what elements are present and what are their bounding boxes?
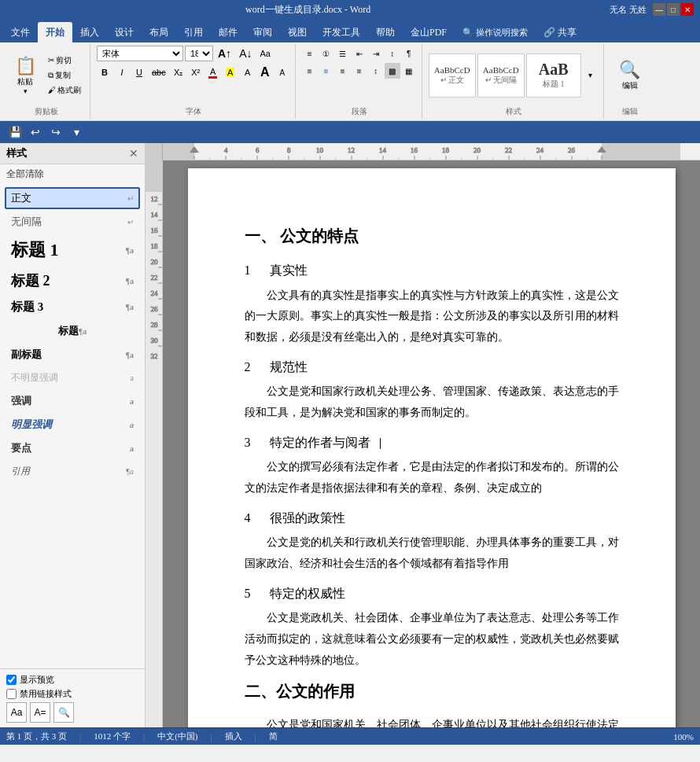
status-bar: 第 1 页，共 3 页 | 1012 个字 | 中文(中国) | 插入 | 简 … <box>0 727 700 745</box>
style-list-item-biaoti3[interactable]: 标题 3¶a <box>5 296 140 318</box>
manage-styles-btn[interactable]: A= <box>30 702 50 723</box>
justify-btn[interactable]: ≡ <box>352 63 367 79</box>
align-left-btn[interactable]: ≡ <box>302 63 318 79</box>
style-list-item-biaoti2[interactable]: 标题 2¶a <box>5 267 140 294</box>
search-icon: 🔍 <box>619 60 640 80</box>
minimize-btn[interactable]: — <box>653 3 665 16</box>
undo-qa-btn[interactable]: ↩ <box>27 123 44 141</box>
more-qa-btn[interactable]: ▾ <box>68 123 85 141</box>
list-multi-btn[interactable]: ☰ <box>335 46 351 61</box>
tab-review[interactable]: 审阅 <box>245 22 280 42</box>
tab-share[interactable]: 🔗 共享 <box>536 22 584 42</box>
style-list-item-zhengwen[interactable]: 正文↵ <box>5 187 140 209</box>
svg-rect-1 <box>163 143 194 160</box>
tab-view[interactable]: 视图 <box>280 22 315 42</box>
strikethrough-button[interactable]: abc <box>149 64 169 80</box>
styles-more-btn[interactable]: ▾ <box>583 68 599 83</box>
close-btn[interactable]: ✕ <box>681 3 694 16</box>
list-number-btn[interactable]: ① <box>319 46 334 61</box>
align-center-btn[interactable]: ≡ <box>319 63 334 79</box>
font-size-a-small[interactable]: A <box>274 64 290 80</box>
redo-qa-btn[interactable]: ↪ <box>47 123 64 141</box>
paste-button[interactable]: 📋 粘贴 ▾ <box>8 52 42 99</box>
underline-button[interactable]: U <box>131 64 147 80</box>
disable-link-checkbox[interactable] <box>6 689 17 699</box>
page-scroll[interactable]: 一、 公文的特点1真实性公文具有的真实性是指事实上的真实性与方针政策上的真实性，… <box>163 160 700 727</box>
font-highlight-btn[interactable]: A <box>223 64 238 80</box>
show-hide-btn[interactable]: ¶ <box>401 46 417 61</box>
clear-all-styles-btn[interactable]: 全部清除 <box>0 164 145 184</box>
new-style-btn[interactable]: Aa <box>6 702 27 723</box>
font-color-btn[interactable]: A <box>205 64 221 80</box>
find-replace-btn[interactable]: 🔍 编辑 <box>610 52 650 99</box>
superscript-button[interactable]: X² <box>188 64 204 80</box>
style-list-item-fubiaoti[interactable]: 副标题¶a <box>5 344 140 366</box>
increase-font-btn[interactable]: A↑ <box>215 46 234 61</box>
style-list-item-bumingxian[interactable]: 不明显强调a <box>5 367 140 388</box>
list-bullet-btn[interactable]: ≡ <box>302 46 318 61</box>
decrease-font-btn[interactable]: A↓ <box>236 46 255 61</box>
paragraph-group-label: 段落 <box>302 105 417 117</box>
style-list-item-mingxian[interactable]: 明显强调a <box>5 414 140 436</box>
border-btn[interactable]: ▦ <box>401 63 417 79</box>
tab-layout[interactable]: 布局 <box>142 22 176 42</box>
font-size-a-big[interactable]: A <box>257 64 273 80</box>
style-list-item-yinyong[interactable]: 引用¶a <box>5 461 140 482</box>
ruler-body: 2 4 6 8 10 12 14 16 18 20 22 24 26 <box>163 143 700 160</box>
clear-format-btn[interactable]: Aa <box>256 46 273 61</box>
sort-btn[interactable]: ↕ <box>385 46 400 61</box>
save-qa-btn[interactable]: 💾 <box>6 123 24 141</box>
style-nospace-item[interactable]: AaBbCcD ↵ 无间隔 <box>477 53 525 98</box>
show-preview-checkbox[interactable] <box>6 675 17 685</box>
font-size-select[interactable]: 18 <box>185 46 213 61</box>
tab-mail[interactable]: 邮件 <box>211 22 245 42</box>
style-normal-item[interactable]: AaBbCcD ↵ 正文 <box>429 53 476 98</box>
subscript-button[interactable]: X₂ <box>171 64 186 80</box>
styles-group-label: 样式 <box>429 105 599 117</box>
tab-pdf[interactable]: 金山PDF <box>403 22 455 42</box>
styles-panel-footer: 显示预览 禁用链接样式 Aa A= 🔍 <box>0 668 145 727</box>
tab-file[interactable]: 文件 <box>3 22 38 42</box>
indent-increase-btn[interactable]: ⇥ <box>368 46 384 61</box>
svg-text:14: 14 <box>151 211 159 219</box>
tab-design[interactable]: 设计 <box>107 22 142 42</box>
italic-button[interactable]: I <box>114 64 130 80</box>
user-info: 无名 无姓 <box>610 4 647 16</box>
font-shade-btn[interactable]: A <box>240 64 256 80</box>
format-painter-button[interactable]: 🖌 格式刷 <box>44 83 85 98</box>
style-inspector-btn[interactable]: 🔍 <box>53 702 74 723</box>
tab-devtools[interactable]: 开发工具 <box>315 22 368 42</box>
svg-text:8: 8 <box>287 146 291 154</box>
cut-button[interactable]: ✂ 剪切 <box>44 53 85 68</box>
maximize-btn[interactable]: □ <box>667 3 680 16</box>
font-family-select[interactable]: 宋体 <box>97 46 183 61</box>
tab-search[interactable]: 🔍 操作说明搜索 <box>455 22 536 42</box>
title-bar: word一键生成目录.docx - Word 无名 无姓 — □ ✕ <box>0 0 700 19</box>
line-spacing-btn[interactable]: ↕ <box>368 63 384 79</box>
style-list-item-biaoti[interactable]: 标题¶a <box>5 320 140 342</box>
style-list-item-wujianxi[interactable]: 无间隔↵ <box>5 211 140 233</box>
doc-content: 一、 公文的特点1真实性公文具有的真实性是指事实上的真实性与方针政策上的真实性，… <box>245 222 619 727</box>
show-preview-checkbox-label[interactable]: 显示预览 <box>6 674 138 686</box>
indent-decrease-btn[interactable]: ⇤ <box>352 46 367 61</box>
font-group-label: 字体 <box>97 105 290 117</box>
tab-insert[interactable]: 插入 <box>72 22 107 42</box>
style-list-item-qiangdiao[interactable]: 强调a <box>5 390 140 412</box>
word-count: 1012 个字 <box>94 731 131 742</box>
svg-text:26: 26 <box>568 146 576 154</box>
style-list-item-yaodian[interactable]: 要点a <box>5 437 140 459</box>
copy-button[interactable]: ⧉ 复制 <box>44 68 85 83</box>
bold-button[interactable]: B <box>97 64 112 80</box>
tab-reference[interactable]: 引用 <box>176 22 211 42</box>
svg-text:16: 16 <box>151 226 159 234</box>
align-right-btn[interactable]: ≡ <box>335 63 351 79</box>
tab-home[interactable]: 开始 <box>38 22 72 42</box>
style-h1-item[interactable]: AaB 标题 1 <box>526 53 581 98</box>
tab-help[interactable]: 帮助 <box>368 22 403 42</box>
paste-dropdown-icon[interactable]: ▾ <box>24 87 28 95</box>
styles-panel-close-btn[interactable]: ✕ <box>129 147 138 160</box>
styles-panel-header: 样式 ✕ <box>0 143 145 164</box>
disable-link-checkbox-label[interactable]: 禁用链接样式 <box>6 688 138 700</box>
shading-btn[interactable]: ▩ <box>385 63 400 79</box>
style-list-item-biaoti1[interactable]: 标题 1¶a <box>5 234 140 266</box>
